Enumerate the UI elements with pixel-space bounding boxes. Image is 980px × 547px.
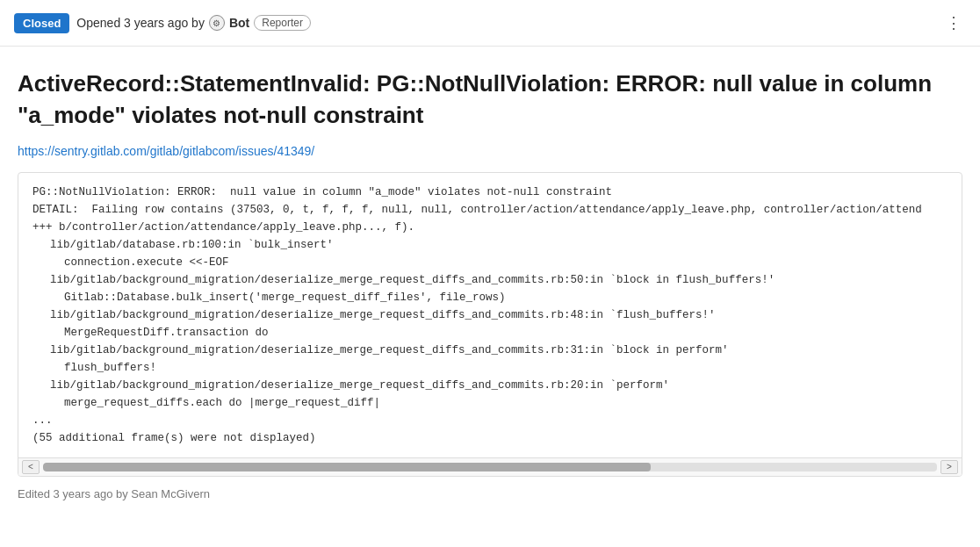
- scroll-right-button[interactable]: >: [940, 460, 958, 474]
- scrollbar-track[interactable]: [43, 463, 937, 471]
- code-line: lib/gitlab/background_migration/deserial…: [32, 377, 948, 394]
- scrollbar-area: < >: [18, 457, 962, 476]
- bot-name: Bot: [229, 16, 249, 30]
- reporter-badge: Reporter: [254, 15, 311, 31]
- code-line: (55 additional frame(s) were not display…: [32, 429, 948, 447]
- code-line: lib/gitlab/background_migration/deserial…: [32, 271, 948, 289]
- code-block: PG::NotNullViolation: ERROR: null value …: [18, 172, 962, 477]
- code-line: lib/gitlab/background_migration/deserial…: [32, 306, 948, 324]
- code-content: PG::NotNullViolation: ERROR: null value …: [18, 173, 962, 457]
- main-content: ActiveRecord::StatementInvalid: PG::NotN…: [0, 47, 980, 515]
- more-options-button[interactable]: ⋮: [941, 11, 966, 35]
- opened-label: Opened 3 years ago by: [76, 16, 205, 30]
- code-line: DETAIL: Failing row contains (37503, 0, …: [32, 201, 948, 219]
- code-line: +++ b/controller/action/attendance/apply…: [32, 219, 948, 236]
- issue-title: ActiveRecord::StatementInvalid: PG::NotN…: [18, 68, 962, 132]
- edit-note: Edited 3 years ago by Sean McGivern: [18, 487, 962, 500]
- scroll-left-button[interactable]: <: [22, 460, 40, 474]
- code-line: lib/gitlab/database.rb:100:in `bulk_inse…: [32, 236, 948, 254]
- opened-text: Opened 3 years ago by ⚙ Bot Reporter: [76, 15, 934, 31]
- code-line: merge_request_diffs.each do |merge_reque…: [32, 394, 948, 412]
- closed-badge: Closed: [14, 13, 69, 33]
- bot-icon: ⚙: [209, 15, 225, 31]
- code-line: ...: [32, 412, 948, 429]
- code-line: PG::NotNullViolation: ERROR: null value …: [32, 184, 948, 201]
- code-line: flush_buffers!: [32, 359, 948, 377]
- scrollbar-thumb: [43, 463, 651, 471]
- code-line: lib/gitlab/background_migration/deserial…: [32, 342, 948, 359]
- code-line: connection.execute <<-EOF: [32, 254, 948, 271]
- code-line: Gitlab::Database.bulk_insert('merge_requ…: [32, 289, 948, 306]
- top-bar: Closed Opened 3 years ago by ⚙ Bot Repor…: [0, 0, 980, 47]
- sentry-link[interactable]: https://sentry.gitlab.com/gitlab/gitlabc…: [18, 144, 314, 158]
- code-line: MergeRequestDiff.transaction do: [32, 324, 948, 342]
